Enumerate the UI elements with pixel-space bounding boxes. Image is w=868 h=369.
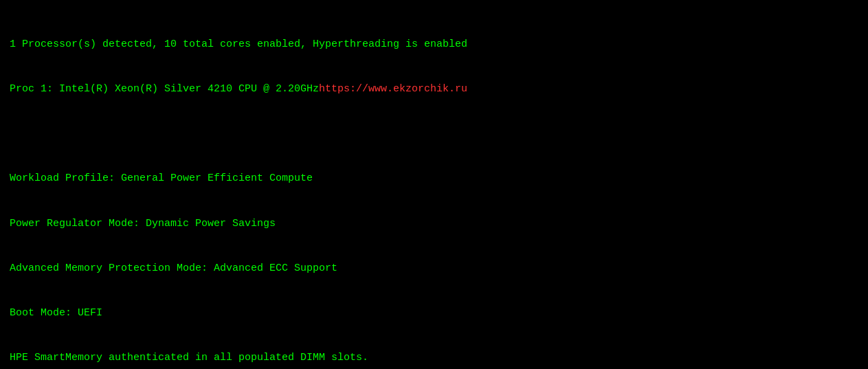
terminal-line-6: Advanced Memory Protection Mode: Advance… xyxy=(10,261,858,276)
terminal-url: https://www.ekzorchik.ru xyxy=(319,83,467,95)
terminal-blank-1 xyxy=(10,126,858,142)
terminal-line-2-text: Proc 1: Intel(R) Xeon(R) Silver 4210 CPU… xyxy=(10,83,319,95)
terminal-line-5: Power Regulator Mode: Dynamic Power Savi… xyxy=(10,216,858,232)
terminal-line-4: Workload Profile: General Power Efficien… xyxy=(10,171,858,186)
terminal-line-8: HPE SmartMemory authenticated in all pop… xyxy=(10,350,858,366)
terminal-line-7: Boot Mode: UEFI xyxy=(10,306,858,321)
terminal-screen: 1 Processor(s) detected, 10 total cores … xyxy=(0,0,868,369)
terminal-line-1: 1 Processor(s) detected, 10 total cores … xyxy=(10,37,858,52)
terminal-line-2: Proc 1: Intel(R) Xeon(R) Silver 4210 CPU… xyxy=(10,82,858,97)
